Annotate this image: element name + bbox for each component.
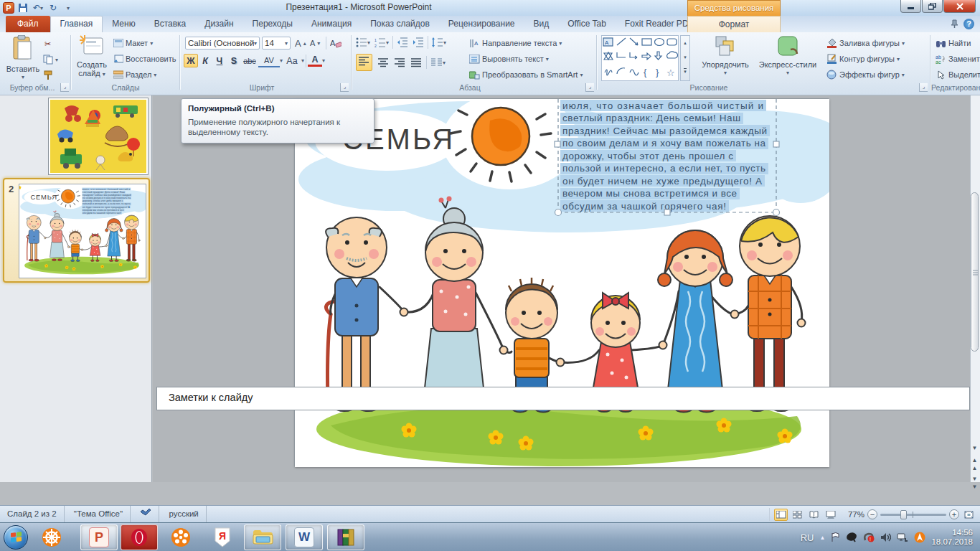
tab-review[interactable]: Рецензирование (439, 16, 524, 32)
clear-formatting-button[interactable]: A (329, 36, 343, 50)
tab-design[interactable]: Дизайн (195, 16, 242, 32)
zoom-level[interactable]: 77% (840, 510, 864, 519)
increase-indent-icon[interactable] (413, 37, 424, 47)
grow-font-button[interactable]: A▴ (293, 36, 308, 50)
drawing-dialog-launcher[interactable]: ⌟ (919, 83, 928, 92)
zoom-in-button[interactable]: + (949, 509, 959, 519)
taskbar-media-app-icon[interactable] (162, 524, 199, 550)
spellcheck-status[interactable] (133, 506, 159, 522)
numbering-icon[interactable]: 12 (374, 37, 386, 47)
taskbar-wheel-app-icon[interactable] (33, 524, 70, 550)
shapes-gallery-scroll[interactable]: ▴▾▾ (680, 35, 690, 81)
justify-icon[interactable] (411, 58, 422, 67)
slide-2-thumbnail-selected[interactable]: 2 (3, 178, 150, 283)
new-slide-button[interactable]: Создать слайд ▾ (75, 34, 109, 83)
minimize-button[interactable] (900, 0, 921, 13)
avast-icon[interactable] (914, 532, 925, 543)
format-painter-button[interactable] (42, 68, 55, 83)
decrease-indent-icon[interactable] (397, 37, 408, 47)
language-indicator[interactable]: RU (801, 532, 814, 543)
fit-to-window-button[interactable] (962, 509, 976, 521)
taskbar-word-button[interactable]: W (286, 524, 323, 550)
show-hidden-icons[interactable]: ▲ (820, 534, 826, 541)
font-color-button[interactable]: А (308, 55, 322, 67)
slide-1-thumbnail[interactable] (49, 98, 148, 174)
change-case-button[interactable]: Aa (283, 54, 301, 67)
taskbar-opera-button[interactable] (121, 524, 158, 550)
character-spacing-button[interactable]: AV (258, 54, 280, 67)
paragraph-dialog-launcher[interactable]: ⌟ (585, 83, 594, 92)
satellite-icon[interactable] (846, 532, 857, 542)
bullets-icon[interactable] (356, 37, 367, 47)
close-button[interactable] (943, 0, 976, 13)
shrink-font-button[interactable]: A▾ (308, 36, 321, 50)
next-slide-button[interactable]: ▼▼ (970, 475, 979, 491)
slide-counter[interactable]: Слайд 2 из 2 (0, 506, 65, 522)
underline-button[interactable]: Ч (212, 54, 227, 67)
tab-insert[interactable]: Вставка (145, 16, 196, 32)
tab-home[interactable]: Главная (50, 16, 103, 32)
paste-button[interactable]: Вставить ▾ (6, 34, 40, 83)
tab-file[interactable]: Файл (6, 16, 50, 32)
italic-button[interactable]: К (198, 54, 212, 67)
strikethrough-button[interactable]: abc (241, 54, 258, 67)
tab-animations[interactable]: Анимация (302, 16, 361, 32)
cut-button[interactable]: ✂ (43, 37, 52, 51)
clipboard-dialog-launcher[interactable]: ⌟ (60, 83, 69, 92)
taskbar-yandex-icon[interactable]: Я (204, 524, 241, 550)
font-name-combobox[interactable]: Calibri (Основной▾ (185, 37, 260, 50)
tab-view[interactable]: Вид (524, 16, 559, 32)
align-text-button[interactable]: Выровнять текст▾ (468, 52, 550, 66)
align-right-icon[interactable] (395, 58, 405, 67)
layout-button[interactable]: Макет▾ (112, 36, 154, 50)
line-spacing-icon[interactable] (432, 37, 443, 47)
font-size-combobox[interactable]: 14▾ (262, 37, 291, 50)
notes-pane[interactable]: Заметки к слайду (156, 387, 970, 410)
select-button[interactable]: Выделить▾ (934, 67, 980, 82)
text-direction-button[interactable]: A Направление текста▾ (468, 36, 563, 50)
font-dialog-launcher[interactable]: ⌟ (340, 83, 349, 92)
align-left-icon[interactable] (359, 57, 369, 66)
taskbar-winrar-button[interactable] (327, 524, 364, 550)
convert-smartart-button[interactable]: Преобразовать в SmartArt▾ (468, 67, 584, 82)
tab-slideshow[interactable]: Показ слайдов (361, 16, 439, 32)
theme-name[interactable]: "Тема Office" (67, 506, 131, 522)
shape-fill-button[interactable]: Заливка фигуры▾ (825, 36, 906, 50)
reset-button[interactable]: Восстановить (112, 52, 177, 66)
tab-format[interactable]: Формат (687, 16, 781, 32)
normal-view-button[interactable] (774, 509, 788, 521)
copy-button[interactable]: ▾ (42, 52, 60, 67)
scrollbar-thumb[interactable] (971, 192, 979, 352)
replace-button[interactable]: abac Заменить▾ (934, 52, 980, 66)
phone-notification-icon[interactable]: ! (863, 532, 875, 542)
shape-effects-button[interactable]: Эффекты фигур▾ (825, 67, 906, 82)
find-button[interactable]: Найти (934, 36, 972, 50)
taskbar-powerpoint-button[interactable]: P (80, 524, 118, 550)
slide-editing-surface[interactable]: СЕМЬЯ июля, что означает большой чистый … (294, 98, 829, 466)
restore-button[interactable] (922, 0, 943, 13)
reading-view-button[interactable] (807, 509, 821, 521)
slideshow-view-button[interactable] (824, 509, 837, 521)
zoom-slider[interactable] (880, 514, 946, 516)
network-icon[interactable] (897, 532, 908, 542)
language-status[interactable]: русский (162, 506, 207, 522)
zoom-out-button[interactable]: − (867, 509, 877, 519)
pin-ribbon-icon[interactable] (950, 19, 959, 29)
action-center-flag-icon[interactable] (831, 532, 840, 542)
bold-button[interactable]: Ж (184, 54, 198, 67)
slide-sorter-view-button[interactable] (791, 509, 804, 521)
tab-transitions[interactable]: Переходы (243, 16, 302, 32)
volume-icon[interactable] (880, 532, 891, 542)
align-center-icon[interactable] (378, 58, 389, 67)
arrange-button[interactable]: Упорядочить▾ (697, 34, 753, 83)
taskbar-explorer-button[interactable] (244, 524, 281, 550)
quick-styles-button[interactable]: Экспресс-стили▾ (755, 34, 821, 83)
taskbar-clock[interactable]: 14:56 18.07.2018 (931, 528, 973, 547)
text-shadow-button[interactable]: S (227, 54, 241, 67)
section-button[interactable]: Раздел▾ (112, 67, 158, 82)
shapes-gallery[interactable]: A { } ☆ (601, 35, 679, 81)
scroll-down-button[interactable]: ▼ (970, 445, 979, 451)
help-icon[interactable]: ? (963, 19, 974, 29)
zoom-slider-thumb[interactable] (900, 510, 907, 519)
tab-menu[interactable]: Меню (103, 16, 144, 32)
